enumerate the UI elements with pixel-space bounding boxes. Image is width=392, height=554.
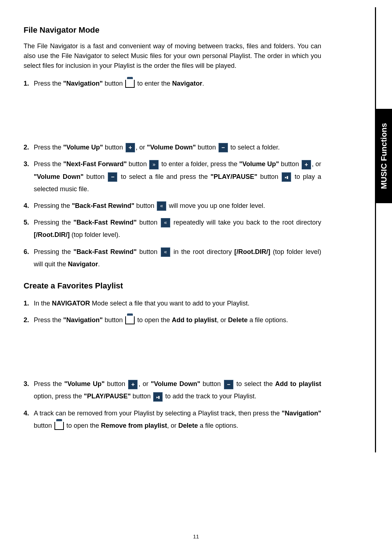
volume-up-icon bbox=[128, 380, 138, 389]
heading-file-navigator: File Navigator Mode bbox=[24, 25, 321, 35]
heading-favorites-playlist: Create a Favorites Playlist bbox=[24, 281, 321, 291]
section-tab-label: MUSIC Functions bbox=[379, 123, 389, 189]
instruction-list-1: Press the "Navigation" button to enter t… bbox=[24, 77, 321, 270]
list-item: Press the "Volume Up" button , or "Volum… bbox=[24, 378, 321, 402]
fast-rewind-icon bbox=[161, 247, 170, 257]
play-pause-icon bbox=[153, 392, 163, 402]
list-item: Press the "Navigation" button to enter t… bbox=[24, 77, 321, 137]
instruction-list-2: In the NAVIGATOR Mode select a file that… bbox=[24, 297, 321, 432]
fast-rewind-icon bbox=[157, 201, 166, 211]
volume-down-icon bbox=[108, 172, 117, 182]
page-number: 11 bbox=[193, 533, 199, 539]
list-item: Press the "Volume Up" button , or "Volum… bbox=[24, 141, 321, 153]
section-tab: MUSIC Functions bbox=[376, 109, 392, 203]
volume-up-icon bbox=[302, 160, 311, 169]
list-item: In the NAVIGATOR Mode select a file that… bbox=[24, 297, 321, 309]
list-item: Pressing the "Back-Fast Rewind" button r… bbox=[24, 216, 321, 241]
divider-line bbox=[375, 7, 376, 452]
fast-forward-icon bbox=[149, 160, 159, 169]
navigation-icon bbox=[125, 80, 135, 88]
list-item: Pressing the "Back-Fast Rewind" button i… bbox=[24, 246, 321, 270]
navigation-icon bbox=[125, 316, 135, 324]
list-item: Press the "Next-Fast Forward" button to … bbox=[24, 158, 321, 195]
navigation-icon bbox=[54, 422, 64, 430]
page-content: File Navigator Mode The File Navigator i… bbox=[24, 25, 321, 432]
intro-paragraph: The File Navigator is a fast and conveni… bbox=[24, 41, 321, 71]
volume-up-icon bbox=[126, 143, 135, 152]
fast-rewind-icon bbox=[161, 218, 170, 227]
list-item: A track can be removed from your Playlis… bbox=[24, 407, 321, 432]
list-item: Pressing the "Back-Fast Rewind" button w… bbox=[24, 200, 321, 212]
volume-down-icon bbox=[224, 380, 233, 389]
list-item: Press the "Navigation" button to open th… bbox=[24, 314, 321, 373]
volume-down-icon bbox=[219, 143, 228, 152]
play-pause-icon bbox=[282, 172, 291, 182]
